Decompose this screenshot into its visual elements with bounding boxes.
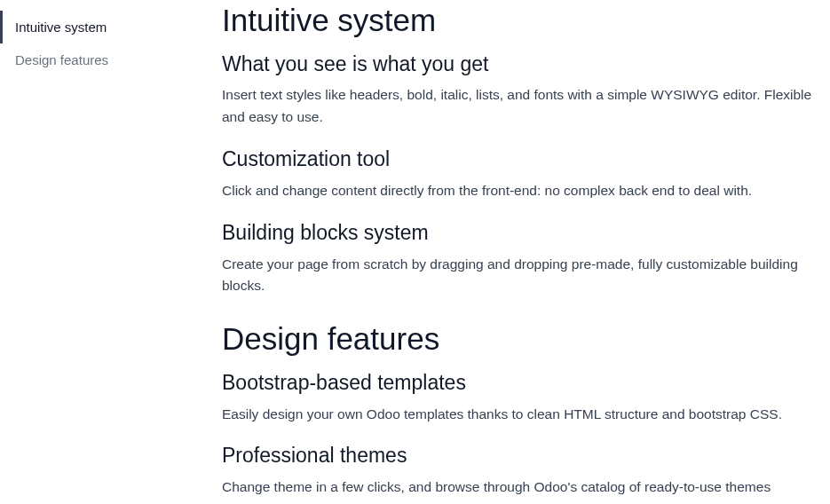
subsection-body: Easily design your own Odoo templates th…: [222, 404, 821, 426]
table-of-contents: Intuitive system Design features: [0, 0, 222, 504]
subsection-wysiwyg: What you see is what you get Insert text…: [222, 51, 821, 129]
section-title: Intuitive system: [222, 0, 821, 41]
subsection-customization: Customization tool Click and change cont…: [222, 146, 821, 202]
section-intuitive-system: Intuitive system What you see is what yo…: [222, 0, 821, 297]
toc-item-label: Design features: [15, 52, 108, 67]
section-title: Design features: [222, 319, 821, 359]
subsection-title: Professional themes: [222, 443, 821, 469]
subsection-bootstrap: Bootstrap-based templates Easily design …: [222, 370, 821, 426]
subsection-title: What you see is what you get: [222, 51, 821, 78]
toc-item-intuitive-system[interactable]: Intuitive system: [0, 11, 222, 43]
subsection-body: Create your page from scratch by draggin…: [222, 254, 821, 298]
main-content: Intuitive system What you see is what yo…: [222, 0, 830, 504]
toc-item-label: Intuitive system: [15, 20, 107, 35]
subsection-title: Building blocks system: [222, 220, 821, 247]
subsection-title: Bootstrap-based templates: [222, 370, 821, 397]
subsection-title: Customization tool: [222, 146, 821, 173]
subsection-building-blocks: Building blocks system Create your page …: [222, 220, 821, 297]
subsection-body: Insert text styles like headers, bold, i…: [222, 84, 821, 129]
subsection-themes: Professional themes Change theme in a fe…: [222, 443, 821, 504]
section-design-features: Design features Bootstrap-based template…: [222, 319, 821, 504]
subsection-body: Change theme in a few clicks, and browse…: [222, 476, 821, 504]
toc-item-design-features[interactable]: Design features: [0, 43, 222, 76]
subsection-body: Click and change content directly from t…: [222, 180, 821, 202]
